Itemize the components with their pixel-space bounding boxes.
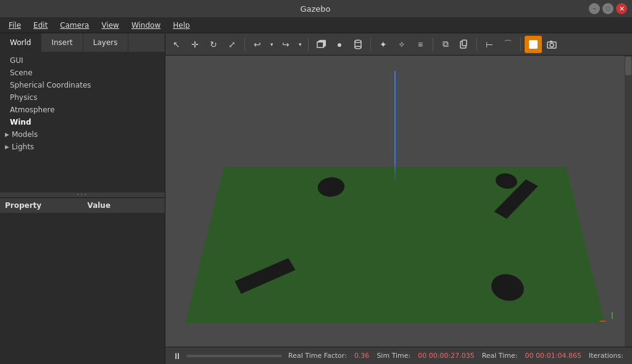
window-controls: − □ ✕	[589, 3, 627, 14]
svg-point-11	[550, 43, 554, 47]
svg-rect-8	[462, 40, 467, 46]
spot-light-button[interactable]: ✧	[393, 36, 410, 53]
sim-time-label: Sim Time:	[373, 352, 414, 360]
tree-item-physics[interactable]: Physics	[0, 91, 165, 104]
menu-file[interactable]: File	[2, 19, 27, 31]
axis-x-label: —	[599, 317, 606, 325]
tree-panel: GUI Scene Spherical Coordinates Physics …	[0, 52, 165, 192]
toolbar: ↖ ✛ ↻ ⤢ ↩ ▾ ↪ ▾ ● ✦ ✧ ≡ ⧉	[165, 33, 632, 56]
progress-bar	[186, 355, 282, 357]
svg-rect-12	[550, 41, 552, 42]
snap-button[interactable]: ⌒	[499, 36, 517, 53]
titlebar: Gazebo − □ ✕	[0, 0, 632, 17]
menu-window[interactable]: Window	[125, 19, 167, 31]
viewport-area: ↖ ✛ ↻ ⤢ ↩ ▾ ↪ ▾ ● ✦ ✧ ≡ ⧉	[165, 33, 632, 364]
panel-divider[interactable]	[0, 192, 165, 197]
axis-y-label: |	[611, 311, 613, 319]
app-title: Gazebo	[42, 4, 589, 14]
menu-edit[interactable]: Edit	[27, 19, 54, 31]
obj-circle-3	[489, 274, 525, 300]
undo-button[interactable]: ↩	[249, 36, 266, 53]
tree-item-atmosphere[interactable]: Atmosphere	[0, 104, 165, 116]
toolbar-sep-4	[433, 38, 433, 51]
tab-world[interactable]: World	[0, 33, 41, 52]
realtime-factor-label: Real Time Factor:	[285, 352, 351, 360]
viewport-scrollbar[interactable]	[625, 56, 632, 347]
realtime-factor-value: 0.36	[351, 352, 373, 360]
align-button[interactable]: ⊢	[481, 36, 498, 53]
screenshot-button[interactable]	[543, 36, 560, 53]
copy-button[interactable]: ⧉	[437, 36, 454, 53]
pause-button[interactable]: ⏸	[170, 349, 184, 363]
move-button[interactable]: ✛	[186, 36, 204, 53]
obj-circle-1	[317, 177, 345, 196]
rotate-button[interactable]: ↻	[205, 36, 222, 53]
obj-rect-1	[235, 259, 296, 294]
toolbar-sep-2	[308, 38, 309, 51]
menubar: File Edit Camera View Window Help	[0, 17, 632, 33]
tree-item-wind[interactable]: Wind	[0, 116, 165, 128]
material-button[interactable]	[525, 36, 542, 53]
menu-view[interactable]: View	[95, 19, 125, 31]
scrollbar-thumb[interactable]	[625, 57, 631, 75]
svg-point-4	[355, 46, 361, 49]
tree-item-lights[interactable]: ▶ Lights	[0, 141, 165, 153]
property-col-header: Property	[0, 199, 83, 212]
tree-item-models[interactable]: ▶ Models	[0, 128, 165, 141]
toolbar-sep-6	[520, 38, 521, 51]
dir-light-button[interactable]: ≡	[412, 36, 429, 53]
cylinder-button[interactable]	[349, 36, 367, 53]
value-col-header: Value	[83, 199, 165, 212]
real-time-value: 00 00:01:04.865	[522, 352, 585, 360]
minimize-button[interactable]: −	[589, 3, 600, 14]
sim-time-value: 00 00:00:27.035	[414, 352, 478, 360]
tree-item-spherical-coords[interactable]: Spherical Coordinates	[0, 79, 165, 91]
box-button[interactable]	[312, 36, 330, 53]
scale-button[interactable]: ⤢	[223, 36, 241, 53]
tree-item-gui[interactable]: GUI	[0, 54, 165, 67]
left-panel: World Insert Layers GUI Scene Spherical …	[0, 33, 165, 364]
lights-arrow-icon: ▶	[5, 144, 9, 150]
main-layout: World Insert Layers GUI Scene Spherical …	[0, 33, 632, 364]
obj-circle-2	[495, 173, 519, 189]
redo-button[interactable]: ↪	[277, 36, 294, 53]
undo-dropdown[interactable]: ▾	[267, 36, 276, 53]
menu-help[interactable]: Help	[167, 19, 196, 31]
redo-dropdown[interactable]: ▾	[296, 36, 304, 53]
iterations-label: Iterations:	[585, 352, 627, 360]
statusbar: ⏸ Real Time Factor: 0.36 Sim Time: 00 00…	[165, 347, 632, 364]
tab-insert[interactable]: Insert	[41, 33, 83, 52]
tab-layers[interactable]: Layers	[83, 33, 128, 52]
maximize-button[interactable]: □	[602, 3, 613, 14]
real-time-label: Real Time:	[478, 352, 522, 360]
toolbar-sep-5	[476, 38, 477, 51]
tree-item-scene[interactable]: Scene	[0, 67, 165, 79]
toolbar-sep-1	[244, 38, 245, 51]
close-button[interactable]: ✕	[616, 3, 627, 14]
point-light-button[interactable]: ✦	[375, 36, 392, 53]
tab-bar: World Insert Layers	[0, 33, 165, 52]
svg-rect-9	[529, 40, 538, 49]
sphere-button[interactable]: ●	[331, 36, 348, 53]
properties-header: Property Value	[0, 198, 165, 213]
properties-panel: Property Value	[0, 197, 165, 364]
paste-button[interactable]	[455, 36, 473, 53]
axis-line-blue	[394, 71, 396, 182]
svg-point-3	[355, 40, 361, 43]
toolbar-sep-3	[370, 38, 371, 51]
menu-camera[interactable]: Camera	[54, 19, 95, 31]
viewport-3d[interactable]: — |	[165, 56, 632, 347]
svg-rect-0	[317, 42, 323, 48]
models-arrow-icon: ▶	[5, 131, 9, 138]
select-button[interactable]: ↖	[168, 36, 185, 53]
